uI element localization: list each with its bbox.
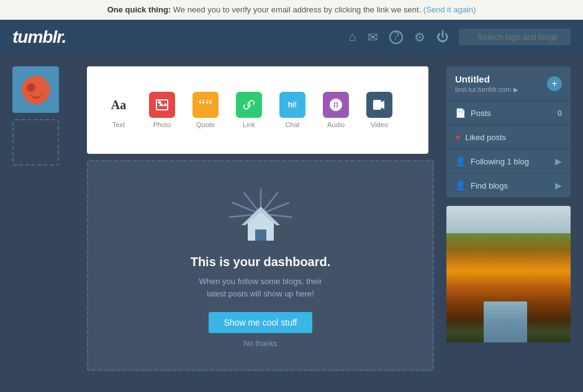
link-icon xyxy=(236,92,262,118)
mail-nav-icon[interactable]: ✉ xyxy=(368,30,378,45)
svg-rect-11 xyxy=(255,229,266,241)
find-blogs-label: Find blogs xyxy=(471,181,508,190)
center-col: Aa Text Photo ““ Quote xyxy=(87,66,434,371)
right-sidebar: Untitled test-tur.tumblr.com ▶ + 📄 Posts… xyxy=(446,66,571,371)
placeholder-avatar xyxy=(12,119,59,166)
post-type-link[interactable]: Link xyxy=(230,89,268,131)
blog-url: test-tur.tumblr.com ▶ xyxy=(455,86,518,93)
home-nav-icon[interactable]: ⌂ xyxy=(349,30,356,44)
left-col xyxy=(12,66,75,371)
find-blogs-icon: 👤 xyxy=(455,180,466,190)
photo-label: Photo xyxy=(153,121,171,128)
chat-icon: hi! xyxy=(279,92,305,118)
video-label: Video xyxy=(371,121,388,128)
dashboard-illustration xyxy=(227,183,295,245)
posts-icon: 📄 xyxy=(455,108,466,118)
audio-label: Audio xyxy=(327,121,345,128)
sidebar-item-posts[interactable]: 📄 Posts 0 xyxy=(446,100,571,125)
power-nav-icon[interactable]: ⏻ xyxy=(436,30,449,44)
sidebar-item-liked[interactable]: ♥ Liked posts xyxy=(446,125,571,149)
photo-river xyxy=(484,301,527,342)
help-nav-icon[interactable]: ? xyxy=(389,30,403,44)
quote-icon: ““ xyxy=(192,92,219,118)
no-thanks-link[interactable]: No thanks xyxy=(243,339,277,348)
following-arrow: ▶ xyxy=(555,156,562,166)
posts-label: Posts xyxy=(471,109,491,118)
link-label: Link xyxy=(243,121,255,128)
posts-value: 0 xyxy=(558,109,562,118)
main-area: Aa Text Photo ““ Quote xyxy=(0,54,583,383)
search-wrapper: 🔍 xyxy=(459,29,571,45)
quote-label: Quote xyxy=(196,121,215,128)
audio-icon xyxy=(323,92,349,118)
blog-title: Untitled xyxy=(455,74,518,84)
text-icon: Aa xyxy=(106,92,132,118)
blog-url-arrow: ▶ xyxy=(513,86,518,93)
logo: tumblr. xyxy=(12,27,66,47)
resend-link[interactable]: (Send it again) xyxy=(423,5,476,14)
svg-point-0 xyxy=(158,101,161,104)
house-rays-svg xyxy=(227,183,295,245)
dashboard-empty: This is your dashboard. When you follow … xyxy=(87,160,434,371)
liked-label: Liked posts xyxy=(465,133,506,142)
post-type-photo[interactable]: Photo xyxy=(143,89,181,131)
dashboard-subtitle: When you follow some blogs, their latest… xyxy=(199,275,322,300)
sidebar-item-find-blogs[interactable]: 👤 Find blogs ▶ xyxy=(446,173,571,197)
nav-icons: ⌂ ✉ ? ⚙ ⏻ xyxy=(349,30,449,45)
header: tumblr. ⌂ ✉ ? ⚙ ⏻ 🔍 xyxy=(0,20,583,54)
blog-header: Untitled test-tur.tumblr.com ▶ + xyxy=(446,66,571,100)
photo-icon xyxy=(149,92,175,118)
sidebar-item-following[interactable]: 👤 Following 1 blog ▶ xyxy=(446,149,571,173)
dashboard-title: This is your dashboard. xyxy=(191,255,331,269)
search-input[interactable] xyxy=(459,29,571,45)
svg-point-1 xyxy=(335,104,337,106)
show-cool-button[interactable]: Show me cool stuff xyxy=(209,312,312,333)
post-type-quote[interactable]: ““ Quote xyxy=(186,89,225,131)
following-icon: 👤 xyxy=(455,156,466,166)
avatar[interactable] xyxy=(12,66,59,113)
post-type-chat[interactable]: hi! Chat xyxy=(273,89,312,131)
liked-icon: ♥ xyxy=(455,132,460,142)
settings-nav-icon[interactable]: ⚙ xyxy=(414,30,425,45)
blog-info: Untitled test-tur.tumblr.com ▶ xyxy=(455,74,518,93)
avatar-face xyxy=(22,76,50,104)
notification-message: We need you to verify your email address… xyxy=(173,5,421,14)
add-blog-button[interactable]: + xyxy=(547,76,562,91)
following-label: Following 1 blog xyxy=(471,157,529,166)
chat-label: Chat xyxy=(285,121,299,128)
notification-prefix: One quick thing: xyxy=(107,5,171,14)
post-type-video[interactable]: Video xyxy=(360,89,399,131)
post-toolbar: Aa Text Photo ““ Quote xyxy=(87,66,428,154)
nature-photo xyxy=(446,206,571,342)
text-label: Text xyxy=(112,121,125,128)
post-type-audio[interactable]: Audio xyxy=(317,89,355,131)
find-blogs-arrow: ▶ xyxy=(555,180,562,190)
video-icon xyxy=(366,92,392,118)
post-type-text[interactable]: Aa Text xyxy=(99,89,138,131)
notification-bar: One quick thing: We need you to verify y… xyxy=(0,0,583,20)
